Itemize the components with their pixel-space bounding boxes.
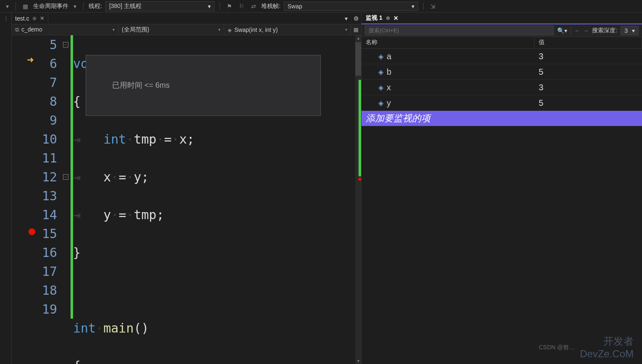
watch-rows: ◈a 3 ◈b 5 ◈x 3 ◈y 5 添加要监视的项	[362, 49, 642, 364]
column-name[interactable]: 名称	[362, 37, 535, 48]
lifecycle-label: 生命周期事件	[33, 3, 68, 10]
chevron-down-icon: ▾	[208, 3, 211, 10]
variable-icon: ◈	[378, 68, 383, 76]
search-depth-label: 搜索深度:	[592, 27, 617, 34]
line-numbers: 567 8910 111213 141516 171819	[39, 35, 62, 364]
lifecycle-icon[interactable]: ▦	[21, 2, 30, 10]
watch-row[interactable]: ◈a 3	[362, 49, 642, 64]
csdn-watermark: CSDN @努…	[539, 344, 575, 351]
gear-icon[interactable]: ⚙	[351, 13, 361, 24]
search-depth-dropdown[interactable]: 3 ▾	[621, 26, 639, 35]
tab-filename: test.c	[15, 15, 29, 22]
split-icon[interactable]: ⊞	[351, 24, 361, 35]
watch-panel: 监视 1 ⊕ ✕ 🔍▾ ← → 搜索深度: 3 ▾ 名称 值	[362, 13, 642, 364]
stackframe-value: Swap	[288, 3, 302, 10]
stackframe-label: 堆栈帧:	[261, 3, 280, 10]
navigation-bar: ⧉c_demo ▾ (全局范围) ▾ ◈Swap(int x, int y) ▾…	[12, 24, 361, 35]
breakpoint-gutter[interactable]: ➜	[12, 35, 39, 364]
add-watch-row[interactable]: 添加要监视的项	[362, 111, 642, 126]
overflow-icon[interactable]: ⇲	[429, 2, 437, 10]
search-icon[interactable]: 🔍▾	[557, 27, 567, 34]
variable-icon: ◈	[378, 52, 383, 60]
perf-tooltip: 已用时间 <= 6ms	[86, 55, 321, 116]
variable-icon: ◈	[378, 99, 383, 107]
flag-icon[interactable]: ⚑	[225, 2, 234, 10]
scope-dropdown[interactable]: (全局范围) ▾	[118, 24, 224, 35]
project-dropdown[interactable]: ⧉c_demo ▾	[12, 24, 118, 35]
dropdown-icon[interactable]: ▾	[4, 2, 10, 10]
code-editor[interactable]: ➜ 567 8910 111213 141516 171819 − − void…	[12, 35, 361, 364]
chevron-down-icon: ▾	[632, 27, 635, 34]
code-content[interactable]: void·Swap(int·x,·int·y) { ⇥ int·tmp·=·x;…	[73, 35, 355, 364]
watch-row[interactable]: ◈x 3	[362, 80, 642, 95]
scroll-down-icon[interactable]: ▾	[355, 358, 361, 364]
close-icon[interactable]: ✕	[40, 15, 45, 21]
editor-tabs: test.c ⊕ ✕ ▾ ⚙	[12, 13, 361, 24]
pin-icon[interactable]: ⊕	[386, 15, 390, 21]
watch-tab-label: 监视 1	[366, 14, 383, 22]
debug-toolbar: ▾ ▦ 生命周期事件 ▾ 线程: [380] 主线程 ▾ ⚑ ⚐ ⇄ 堆栈帧: …	[0, 0, 642, 13]
thread-label: 线程:	[89, 3, 102, 10]
link-icon[interactable]: ⇄	[249, 2, 258, 10]
editor-panel: test.c ⊕ ✕ ▾ ⚙ ⧉c_demo ▾ (全局范围) ▾ ◈Swap(…	[12, 13, 362, 364]
vertical-scrollbar[interactable]: ▴ ▾	[355, 35, 361, 364]
thread-dropdown[interactable]: [380] 主线程 ▾	[105, 1, 215, 11]
fold-minus-icon[interactable]: −	[63, 42, 68, 47]
close-icon[interactable]: ✕	[393, 15, 398, 21]
side-tab[interactable]: …	[0, 13, 9, 24]
watch-tab[interactable]: 监视 1 ⊕ ✕	[362, 13, 403, 24]
watch-row[interactable]: ◈b 5	[362, 64, 642, 80]
execution-pointer-icon: ➜	[27, 55, 34, 65]
fold-column[interactable]: − −	[62, 35, 71, 364]
next-match-icon[interactable]: →	[583, 27, 589, 34]
fold-minus-icon[interactable]: −	[63, 174, 68, 180]
thread-value: [380] 主线程	[109, 3, 142, 10]
watch-columns: 名称 值	[362, 37, 642, 49]
watch-row[interactable]: ◈y 5	[362, 95, 642, 111]
watch-search-bar: 🔍▾ ← → 搜索深度: 3 ▾	[362, 24, 642, 37]
chevron-down-icon[interactable]: ▾	[72, 2, 78, 10]
scroll-up-icon[interactable]: ▴	[355, 35, 361, 41]
column-value[interactable]: 值	[535, 37, 642, 48]
flag-outline-icon[interactable]: ⚐	[237, 2, 246, 10]
preview-icon[interactable]: ▾	[341, 13, 351, 24]
prev-match-icon[interactable]: ←	[574, 27, 580, 34]
pin-icon[interactable]: ⊕	[32, 16, 37, 21]
scrollbar-thumb[interactable]	[355, 42, 361, 76]
variable-icon: ◈	[378, 84, 383, 92]
file-tab[interactable]: test.c ⊕ ✕	[12, 13, 48, 24]
watch-tabs: 监视 1 ⊕ ✕	[362, 13, 642, 24]
devze-watermark: 开发者 DevZe.CoM	[580, 335, 634, 360]
function-dropdown[interactable]: ◈Swap(int x, int y) ▾	[224, 24, 351, 35]
stackframe-dropdown[interactable]: Swap ▾	[284, 2, 418, 11]
breakpoint-icon[interactable]	[29, 228, 35, 235]
chevron-down-icon: ▾	[411, 3, 414, 10]
side-strip: …	[0, 13, 12, 364]
watch-search-input[interactable]	[365, 26, 554, 35]
